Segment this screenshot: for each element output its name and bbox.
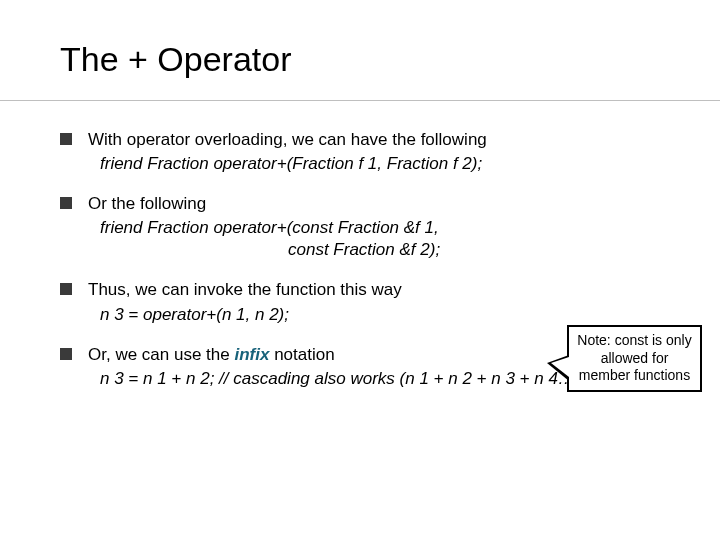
slide-title: The + Operator — [60, 40, 660, 79]
bullet-text: Or the following — [88, 194, 206, 213]
title-divider — [0, 100, 720, 101]
bullet-item: With operator overloading, we can have t… — [60, 129, 660, 175]
bullet-item: Thus, we can invoke the function this wa… — [60, 279, 660, 325]
infix-emphasis: infix — [234, 345, 269, 364]
code-line: n 3 = operator+(n 1, n 2); — [88, 304, 660, 326]
code-line: const Fraction &f 2); — [88, 239, 660, 261]
bullet-text-suffix: notation — [269, 345, 334, 364]
bullet-text: With operator overloading, we can have t… — [88, 130, 487, 149]
code-line: friend Fraction operator+(Fraction f 1, … — [88, 153, 660, 175]
bullet-text: Thus, we can invoke the function this wa… — [88, 280, 402, 299]
callout-note: Note: const is only allowed for member f… — [567, 325, 702, 392]
bullet-item: Or the following friend Fraction operato… — [60, 193, 660, 261]
slide: The + Operator With operator overloading… — [0, 0, 720, 540]
bullet-text-prefix: Or, we can use the — [88, 345, 234, 364]
code-line: friend Fraction operator+(const Fraction… — [88, 217, 660, 239]
